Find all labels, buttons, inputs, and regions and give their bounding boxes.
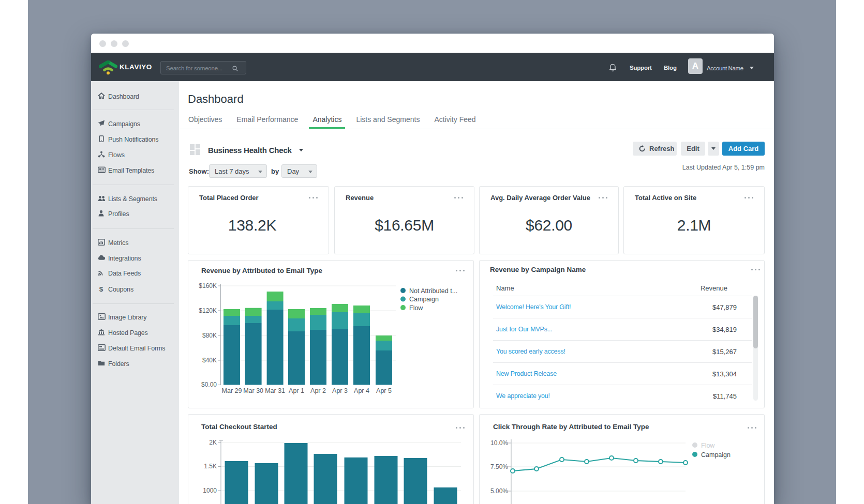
svg-text:$120K: $120K [199,307,217,314]
svg-text:Mar 31: Mar 31 [265,387,285,394]
svg-text:2K: 2K [209,439,217,446]
svg-text:Apr 5: Apr 5 [376,387,392,394]
svg-text:5.00%: 5.00% [490,487,508,495]
svg-text:$40K: $40K [202,357,217,364]
svg-text:$160K: $160K [199,282,217,289]
svg-text:7.50%: 7.50% [490,463,508,470]
svg-text:Apr 3: Apr 3 [332,387,348,394]
svg-text:Flow: Flow [701,442,715,449]
svg-text:$0.00: $0.00 [201,381,217,388]
svg-text:1000: 1000 [203,487,217,494]
svg-text:Mar 29: Mar 29 [222,387,242,394]
svg-text:Flow: Flow [409,304,423,312]
svg-text:Campaign: Campaign [701,451,731,459]
svg-text:1.5K: 1.5K [204,463,217,470]
svg-text:$80K: $80K [202,332,217,339]
svg-text:Not Attributed t...: Not Attributed t... [409,287,457,295]
svg-text:Mar 30: Mar 30 [243,387,263,394]
svg-text:Apr 2: Apr 2 [310,387,326,394]
svg-text:10.0%: 10.0% [490,439,508,447]
svg-text:Apr 4: Apr 4 [354,387,369,394]
svg-text:$: $ [99,285,103,292]
svg-text:Apr 1: Apr 1 [289,387,304,394]
svg-text:Campaign: Campaign [409,296,439,303]
